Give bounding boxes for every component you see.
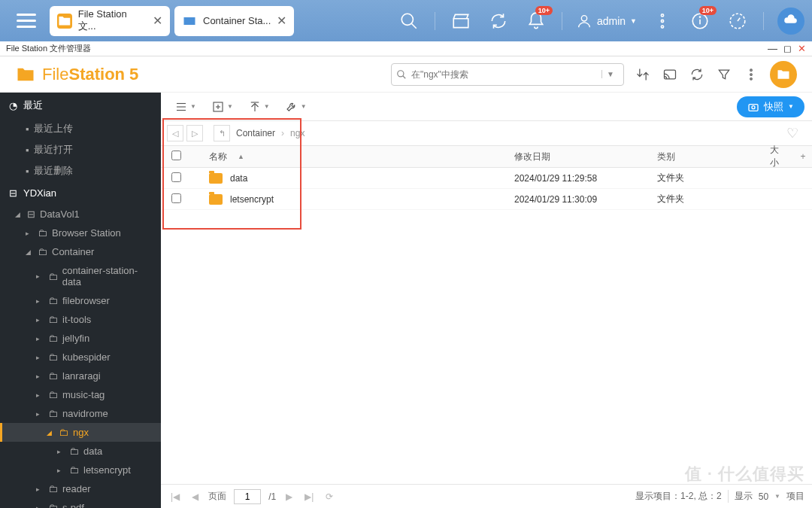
column-header-size[interactable]: 大小 — [770, 144, 794, 169]
sidebar-item-recent-open[interactable]: ▪最近打开 — [0, 139, 161, 160]
sidebar-item-folder[interactable]: ▸🗀filebrowser — [0, 291, 161, 310]
table-row[interactable]: data 2024/01/29 11:29:58 文件夹 — [161, 168, 812, 189]
file-date: 2024/01/29 11:29:58 — [514, 173, 657, 184]
bell-icon[interactable]: 10+ — [524, 9, 548, 33]
sidebar-item-recent-delete[interactable]: ▪最近删除 — [0, 160, 161, 181]
breadcrumb-bar: ◁ ▷ ↰ Container › ngx ♡ — [161, 121, 812, 145]
table-header: 名称▲ 修改日期 类别 大小 + — [161, 145, 812, 168]
sidebar-item-recent-upload[interactable]: ▪最近上传 — [0, 118, 161, 139]
pager-status: 显示项目：1-2, 总：2 — [635, 490, 722, 503]
tools-button[interactable]: ▼ — [279, 96, 313, 117]
folder-icon — [57, 14, 72, 29]
file-name: data — [230, 173, 247, 184]
sidebar-item-folder[interactable]: ▸🗀container-station-data — [0, 261, 161, 291]
refresh-icon[interactable] — [689, 66, 705, 83]
nav-back-button[interactable]: ◁ — [167, 125, 183, 141]
file-table: 名称▲ 修改日期 类别 大小 + data 2024/01/29 11:29:5… — [161, 145, 812, 484]
menu-icon[interactable] — [8, 6, 45, 36]
app-logo: FileStation 5 — [15, 64, 138, 85]
items-label: 项目 — [786, 490, 804, 503]
sidebar-item-folder[interactable]: ▸🗀data — [0, 442, 161, 461]
svg-point-12 — [398, 70, 404, 76]
os-tab-label: File Station 文... — [78, 8, 147, 33]
window-title: File Station 文件管理器 — [6, 43, 91, 54]
container-icon — [182, 14, 197, 29]
add-column-button[interactable]: + — [794, 151, 812, 162]
svg-rect-26 — [749, 104, 758, 111]
sidebar-item-folder[interactable]: ▸🗀music-tag — [0, 385, 161, 404]
sidebar-item-folder[interactable]: ▸🗀s-pdf — [0, 498, 161, 508]
favorite-icon[interactable]: ♡ — [786, 125, 798, 141]
folder-icon — [209, 173, 223, 184]
sidebar-item-folder[interactable]: ▸🗀Browser Station — [0, 224, 161, 242]
nav-up-button[interactable]: ↰ — [214, 125, 230, 141]
os-tab-label: Container Sta... — [203, 15, 271, 26]
svg-point-16 — [750, 73, 753, 75]
os-tab-filestation[interactable]: File Station 文... ✕ — [50, 6, 170, 36]
page-first-button[interactable]: |◀ — [168, 491, 182, 502]
search-input[interactable] — [407, 69, 601, 80]
cloud-icon[interactable] — [777, 8, 804, 35]
os-tab-container[interactable]: Container Sta... ✕ — [174, 6, 294, 36]
sidebar-section-recent[interactable]: ◔最近 — [0, 93, 161, 118]
sidebar-section-host[interactable]: ⊟YDXian — [0, 181, 161, 205]
svg-rect-0 — [184, 17, 195, 25]
snapshot-button[interactable]: 快照▼ — [737, 96, 804, 117]
svg-line-11 — [738, 17, 740, 20]
upload-button[interactable]: ▼ — [242, 96, 276, 117]
file-date: 2024/01/29 11:30:09 — [514, 194, 657, 205]
svg-point-4 — [661, 14, 663, 16]
column-header-type[interactable]: 类别 — [657, 151, 770, 163]
close-icon[interactable]: ✕ — [153, 14, 162, 28]
nav-forward-button[interactable]: ▷ — [186, 125, 203, 141]
file-type: 文件夹 — [657, 172, 770, 184]
user-menu[interactable]: admin▼ — [576, 13, 637, 29]
page-refresh-button[interactable]: ⟳ — [323, 491, 335, 502]
more-icon[interactable] — [743, 66, 759, 83]
search-icon[interactable] — [397, 9, 421, 33]
column-header-date[interactable]: 修改日期 — [514, 151, 657, 163]
page-prev-button[interactable]: ◀ — [189, 491, 201, 502]
page-input[interactable] — [234, 489, 261, 504]
maximize-button[interactable]: ◻ — [783, 43, 792, 54]
column-header-name[interactable]: 名称▲ — [191, 151, 514, 163]
sidebar-item-folder[interactable]: ▸🗀lanraragi — [0, 367, 161, 385]
page-next-button[interactable]: ▶ — [283, 491, 295, 502]
sidebar-item-folder[interactable]: ▸🗀reader — [0, 479, 161, 498]
transfer-icon[interactable] — [635, 66, 651, 83]
dashboard-icon[interactable] — [726, 9, 750, 33]
sidebar-item-folder[interactable]: ▸🗀it-tools — [0, 310, 161, 329]
sidebar-item-folder[interactable]: ▸🗀letsencrypt — [0, 461, 161, 479]
view-mode-button[interactable]: ▼ — [168, 96, 202, 117]
close-button[interactable]: ✕ — [798, 43, 806, 54]
minimize-button[interactable]: — — [768, 43, 777, 54]
display-count[interactable]: 50 — [759, 491, 768, 502]
table-row[interactable]: letsencrypt 2024/01/29 11:30:09 文件夹 — [161, 189, 812, 210]
breadcrumb-parent[interactable]: Container — [233, 128, 278, 138]
page-last-button[interactable]: ▶| — [302, 491, 316, 502]
select-all-checkbox[interactable] — [171, 151, 181, 160]
app-avatar[interactable] — [770, 61, 797, 88]
row-checkbox[interactable] — [171, 193, 181, 203]
refresh-icon[interactable] — [486, 9, 511, 33]
sidebar-item-folder[interactable]: ▸🗀kubespider — [0, 348, 161, 367]
search-box[interactable]: ▼ — [391, 63, 624, 86]
close-icon[interactable]: ✕ — [277, 14, 286, 28]
filter-icon[interactable] — [716, 66, 732, 83]
dots-icon[interactable] — [650, 9, 674, 33]
create-button[interactable]: ▼ — [205, 96, 239, 117]
sidebar-item-volume[interactable]: ◢⊟DataVol1 — [0, 205, 161, 224]
cast-icon[interactable] — [662, 66, 678, 83]
sidebar-item-folder[interactable]: ▸🗀navidrome — [0, 404, 161, 423]
svg-point-17 — [750, 78, 753, 80]
sidebar-item-container[interactable]: ◢🗀Container — [0, 242, 161, 261]
clapper-icon[interactable] — [449, 9, 473, 33]
svg-point-5 — [661, 20, 663, 22]
search-dropdown[interactable]: ▼ — [601, 70, 619, 78]
sidebar-item-ngx[interactable]: ◢🗀ngx — [0, 423, 161, 442]
info-icon[interactable]: 10+ — [688, 9, 712, 33]
row-checkbox[interactable] — [171, 172, 181, 182]
sidebar-item-folder[interactable]: ▸🗀jellyfin — [0, 329, 161, 348]
folder-icon — [209, 194, 223, 205]
sidebar: ◔最近 ▪最近上传 ▪最近打开 ▪最近删除 ⊟YDXian ◢⊟DataVol1… — [0, 93, 161, 508]
